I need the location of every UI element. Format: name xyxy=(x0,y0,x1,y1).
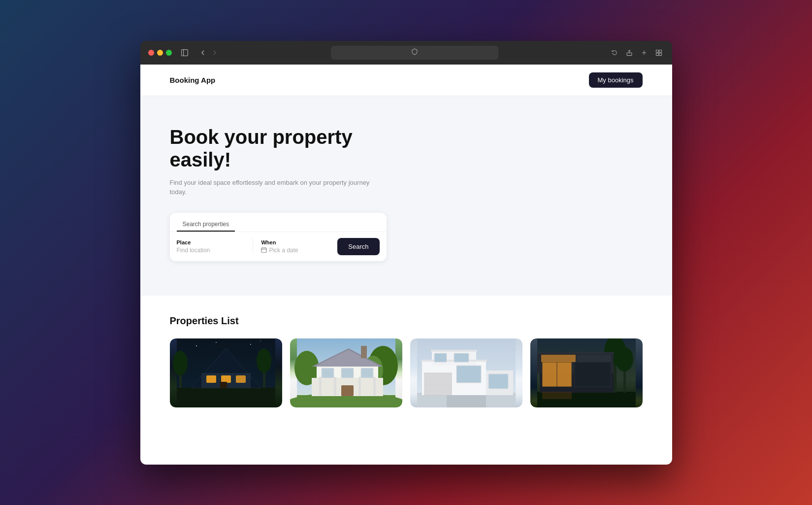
field-divider xyxy=(253,238,253,254)
svg-rect-42 xyxy=(334,377,336,396)
svg-rect-0 xyxy=(181,49,188,56)
svg-rect-49 xyxy=(361,346,367,358)
svg-rect-7 xyxy=(659,50,661,52)
forward-button[interactable] xyxy=(209,47,220,58)
place-input[interactable]: Find location xyxy=(177,247,245,254)
svg-rect-56 xyxy=(431,350,477,352)
svg-rect-22 xyxy=(220,382,227,388)
windows-button[interactable] xyxy=(653,47,664,58)
browser-window: Booking App My bookings Book your proper… xyxy=(140,41,672,465)
minimize-button[interactable] xyxy=(157,50,163,56)
refresh-button[interactable] xyxy=(609,47,620,58)
svg-rect-48 xyxy=(341,385,354,396)
property-card-4[interactable] xyxy=(530,338,643,407)
svg-rect-8 xyxy=(656,53,658,55)
browser-actions xyxy=(609,47,664,58)
sidebar-toggle-button[interactable] xyxy=(178,46,192,60)
place-label: Place xyxy=(177,239,245,245)
svg-rect-80 xyxy=(537,352,614,354)
hero-title: Book your property easily! xyxy=(170,126,387,171)
svg-point-26 xyxy=(257,348,271,373)
when-field: When Pick a date xyxy=(261,239,329,254)
new-tab-button[interactable] xyxy=(639,47,650,58)
property-card-1[interactable] xyxy=(170,338,282,407)
svg-rect-57 xyxy=(424,373,452,395)
svg-rect-15 xyxy=(177,388,275,407)
svg-rect-43 xyxy=(358,377,361,396)
browser-chrome xyxy=(140,41,672,65)
svg-rect-61 xyxy=(456,366,481,383)
property-image-4 xyxy=(530,338,643,407)
property-card-2[interactable] xyxy=(290,338,402,407)
svg-point-27 xyxy=(196,345,197,346)
properties-list-title: Properties List xyxy=(170,315,643,327)
browser-nav-arrows xyxy=(197,47,220,58)
svg-rect-20 xyxy=(221,375,231,383)
search-properties-tab[interactable]: Search properties xyxy=(177,218,235,232)
place-field: Place Find location xyxy=(177,239,245,254)
svg-rect-62 xyxy=(434,353,447,362)
svg-rect-21 xyxy=(236,375,246,383)
search-tabs: Search properties xyxy=(170,213,387,232)
shield-icon xyxy=(412,48,418,57)
app-logo: Booking App xyxy=(170,76,216,84)
hero-subtitle: Find your ideal space effortlessly and e… xyxy=(170,178,387,197)
svg-rect-79 xyxy=(577,355,611,362)
svg-point-29 xyxy=(250,344,251,345)
place-placeholder: Find location xyxy=(177,247,210,254)
hero-section: Book your property easily! Find your ide… xyxy=(140,96,672,296)
svg-rect-81 xyxy=(542,392,572,399)
back-button[interactable] xyxy=(197,47,208,58)
svg-rect-19 xyxy=(206,375,216,383)
calendar-icon xyxy=(261,247,267,254)
svg-rect-10 xyxy=(261,248,267,252)
maximize-button[interactable] xyxy=(166,50,172,56)
properties-section: Properties List xyxy=(140,296,672,437)
svg-point-24 xyxy=(173,351,188,375)
my-bookings-button[interactable]: My bookings xyxy=(589,72,643,88)
close-button[interactable] xyxy=(148,50,154,56)
svg-rect-78 xyxy=(574,362,611,387)
svg-rect-77 xyxy=(541,355,576,362)
svg-rect-46 xyxy=(341,368,354,378)
date-placeholder: Pick a date xyxy=(269,247,298,254)
svg-rect-44 xyxy=(373,377,376,396)
svg-point-30 xyxy=(260,340,261,341)
svg-rect-65 xyxy=(488,374,508,389)
address-bar[interactable] xyxy=(331,46,498,60)
svg-rect-45 xyxy=(322,368,334,378)
address-bar-container xyxy=(226,46,603,60)
traffic-lights xyxy=(148,50,172,56)
svg-rect-9 xyxy=(659,53,661,55)
when-label: When xyxy=(261,239,329,245)
search-box: Search properties Place Find location Wh… xyxy=(170,213,387,261)
property-image-2 xyxy=(290,338,402,407)
svg-rect-47 xyxy=(361,368,373,378)
page-content: Booking App My bookings Book your proper… xyxy=(140,65,672,465)
svg-point-28 xyxy=(216,342,217,343)
share-button[interactable] xyxy=(624,47,635,58)
main-nav: Booking App My bookings xyxy=(140,65,672,96)
svg-point-71 xyxy=(616,347,633,371)
svg-rect-33 xyxy=(297,395,395,407)
property-card-3[interactable] xyxy=(410,338,522,407)
property-image-3 xyxy=(410,338,522,407)
search-fields: Place Find location When xyxy=(170,232,387,261)
svg-rect-41 xyxy=(319,377,322,396)
date-input[interactable]: Pick a date xyxy=(261,247,329,254)
svg-rect-6 xyxy=(656,50,658,52)
property-image-1 xyxy=(170,338,282,407)
search-button[interactable]: Search xyxy=(337,238,379,255)
properties-grid xyxy=(170,338,643,407)
svg-rect-63 xyxy=(454,353,469,362)
